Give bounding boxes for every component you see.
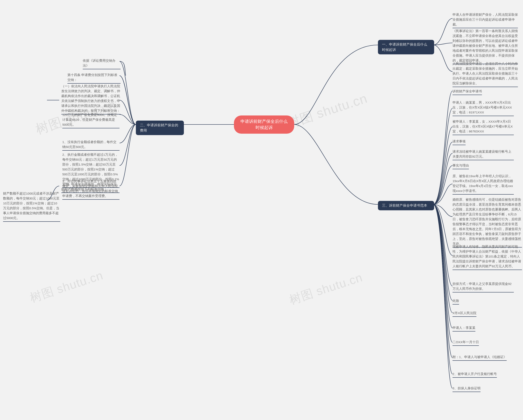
watermark: 树图 shutu.cn bbox=[28, 267, 105, 306]
branch-3-leaf-15: 2、被申请人开户行及银行帐号 bbox=[452, 371, 497, 378]
branch-3-leaf-5: 事实与理由 bbox=[452, 163, 469, 169]
branch-2-left-1: 依据《诉讼费用交纳办法》 bbox=[83, 58, 121, 69]
branch-1[interactable]: 一、申请诉前财产保全后什么时候起诉 bbox=[378, 40, 434, 54]
branch-2-right-1: 120万元的财产保全费是5000。按规定计算是6520，但是财产保全费最高是50… bbox=[62, 112, 120, 128]
branch-3-leaf-3: 请求事项 bbox=[452, 139, 466, 145]
branch-3-leaf-6: 原、被告在19xx年上半年经人介绍认识，19xx年X月6日在X市X区人民政府办理… bbox=[452, 174, 514, 195]
branch-3-leaf-10: 此致 bbox=[452, 298, 459, 305]
branch-3-leaf-11: X市X区人民法院 bbox=[452, 311, 476, 317]
branch-1-leaf-1: 《民事诉讼法》第一百零一条利害关系人因情况紧急，不立即申请保全将会使其合法权益受… bbox=[452, 29, 518, 64]
branch-3-leaf-4: 请求冻结被申请人姚某某建设银行帐号上夫妻共同存款92万元。 bbox=[452, 149, 514, 160]
watermark: 树图 shutu.cn bbox=[285, 90, 370, 132]
branch-3-leaf-8: 现被申请人有转移、隐匿夫妻共同财产的可能性，为维护申请人合法财产权益，依据《中华… bbox=[452, 244, 522, 270]
branch-2-left-2: 第十四条 申请费分别按照下列标准交纳： bbox=[67, 73, 121, 84]
branch-2-right-2: 1、没有执行金额或者价额的，每件交纳50元至500元。 bbox=[62, 140, 120, 151]
branch-3-leaf-2: 被申请人：李某某，女，XXXX年X月X日出生，汉族，住X市X区X镇X7号楼X单元… bbox=[452, 119, 514, 135]
mindmap-connectors bbox=[0, 0, 523, 420]
branch-1-leaf-2: 人民法院接受申请后，必须在四十八小时内作出裁定；裁定采取保全措施的，应当立即开始… bbox=[452, 61, 518, 87]
branch-2-left-5: 财产数额不超过1000元或者不涉及财产数额的，每件交纳30元；超过1000元至1… bbox=[3, 191, 60, 222]
branch-3-leaf-9: 担保方式：申请人之父李某原提供现金92万元人民币作为担保。 bbox=[452, 281, 514, 292]
branch-2-left-4: （二）申请保全措施的，根据实际保全的财产数额按照下列标准交纳： bbox=[61, 182, 120, 193]
branch-2-left-3: （一）依法向人民法院申请执行人民法院发生法律效力的判决、裁定、调解书，仲裁机构依… bbox=[61, 84, 121, 115]
branch-2[interactable]: 二、申请诉前财产保全的费用 bbox=[136, 121, 184, 135]
branch-3-leaf-14: 附：1、申请人与被申请人《结婚证》 bbox=[452, 354, 507, 361]
branch-3-leaf-16: 3、担保人身份证明 bbox=[452, 386, 481, 392]
branch-3-leaf-1: 申请人：姚某某，男，XXXX年X月X日出生，汉族，住X市X区X镇X号楼X单元XX… bbox=[452, 100, 514, 116]
watermark: 树图 shutu.cn bbox=[287, 269, 365, 308]
mindmap-root[interactable]: 申请诉前财产保全后什么时候起诉 bbox=[234, 115, 294, 134]
branch-3-leaf-0: 诉前财产保全申请书 bbox=[452, 89, 482, 95]
branch-3-leaf-7: 婚前原、被告感情尚可，但是结婚后被告对原告的态度日益冷漠，甚至连原告生育其间都未… bbox=[452, 197, 522, 247]
branch-3-leaf-13: 二OXX年一月十日 bbox=[452, 340, 479, 346]
branch-1-leaf-0: 申请人在申请诉前财产保全，人民法院采取保全措施后应在三十日内提起诉讼或者申请仲裁… bbox=[452, 12, 518, 28]
branch-3-leaf-12: 申请人：李某某 bbox=[452, 325, 475, 331]
branch-3[interactable]: 三、诉前财产保全申请书范本 bbox=[378, 201, 434, 210]
